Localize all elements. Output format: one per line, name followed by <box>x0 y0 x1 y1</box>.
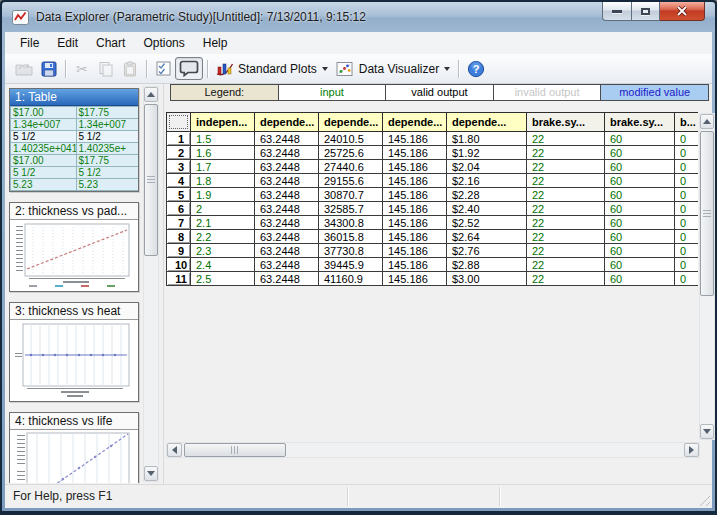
cell-dependent-1[interactable]: 63.2448 <box>255 202 319 216</box>
cell-independent[interactable]: 2.3 <box>191 244 255 258</box>
cell-dependent-3[interactable]: 145.186 <box>383 258 447 272</box>
column-header-independent[interactable]: indepen... <box>191 113 255 132</box>
cell-dependent-2[interactable]: 27440.6 <box>319 160 383 174</box>
close-button[interactable] <box>660 2 705 21</box>
table-horizontal-scrollbar-thumb[interactable] <box>184 443 286 457</box>
cut-button[interactable]: ✂ <box>70 57 94 80</box>
table-scroll-up-button[interactable] <box>700 114 714 129</box>
column-header-brake-system-1[interactable]: brake.sy... <box>527 113 605 132</box>
table-vertical-scrollbar[interactable] <box>699 113 715 440</box>
cell-dependent-3[interactable]: 145.186 <box>383 174 447 188</box>
table-vertical-scrollbar-thumb[interactable] <box>700 131 714 296</box>
table-horizontal-scrollbar[interactable] <box>166 442 700 458</box>
cell-brake-system-3[interactable]: 0 <box>675 202 699 216</box>
cell-brake-system-3[interactable]: 0 <box>675 230 699 244</box>
cell-brake-system-1[interactable]: 22 <box>527 146 605 160</box>
column-header-dependent-4[interactable]: depende... <box>447 113 527 132</box>
cell-independent[interactable]: 1.7 <box>191 160 255 174</box>
cell-brake-system-2[interactable]: 60 <box>605 230 675 244</box>
row-number[interactable]: 2 <box>167 146 191 160</box>
cell-dependent-3[interactable]: 145.186 <box>383 132 447 146</box>
cell-dependent-4[interactable]: $3.00 <box>447 272 527 286</box>
row-number[interactable]: 5 <box>167 188 191 202</box>
cell-brake-system-1[interactable]: 22 <box>527 188 605 202</box>
cell-dependent-1[interactable]: 63.2448 <box>255 216 319 230</box>
cell-independent[interactable]: 2 <box>191 202 255 216</box>
sidebar-panel-table[interactable]: 1: Table $17.00 $17.75 <box>9 88 139 192</box>
data-visualizer-button[interactable]: Data Visualizer <box>332 57 454 80</box>
column-header-dependent-2[interactable]: depende... <box>319 113 383 132</box>
cell-dependent-4[interactable]: $2.88 <box>447 258 527 272</box>
cell-independent[interactable]: 1.6 <box>191 146 255 160</box>
table-scroll-left-button[interactable] <box>167 443 182 457</box>
table-scroll-right-button[interactable] <box>684 443 699 457</box>
row-number[interactable]: 3 <box>167 160 191 174</box>
cell-dependent-1[interactable]: 63.2448 <box>255 132 319 146</box>
sidebar-scrollbar-thumb[interactable] <box>144 104 158 256</box>
maximize-button[interactable] <box>632 2 660 21</box>
cell-dependent-2[interactable]: 30870.7 <box>319 188 383 202</box>
cell-dependent-4[interactable]: $2.64 <box>447 230 527 244</box>
sidebar-panel-thickness-vs-pad[interactable]: 2: thickness vs pad... <box>9 202 139 292</box>
cell-brake-system-2[interactable]: 60 <box>605 188 675 202</box>
titlebar[interactable]: Data Explorer (Parametric Study)[Untitle… <box>2 2 715 32</box>
cell-dependent-2[interactable]: 32585.7 <box>319 202 383 216</box>
cell-brake-system-2[interactable]: 60 <box>605 272 675 286</box>
sidebar-scroll-up-button[interactable] <box>144 87 158 102</box>
open-button[interactable] <box>11 57 37 80</box>
row-number[interactable]: 1 <box>167 132 191 146</box>
cell-brake-system-1[interactable]: 22 <box>527 230 605 244</box>
cell-brake-system-3[interactable]: 0 <box>675 132 699 146</box>
cell-dependent-2[interactable]: 39445.9 <box>319 258 383 272</box>
cell-brake-system-2[interactable]: 60 <box>605 132 675 146</box>
row-number[interactable]: 4 <box>167 174 191 188</box>
cell-brake-system-2[interactable]: 60 <box>605 244 675 258</box>
cell-dependent-4[interactable]: $2.04 <box>447 160 527 174</box>
cell-brake-system-3[interactable]: 0 <box>675 272 699 286</box>
column-header-dependent-3[interactable]: depende... <box>383 113 447 132</box>
help-button[interactable]: ? <box>463 57 489 80</box>
menu-edit[interactable]: Edit <box>48 33 87 53</box>
sidebar-scrollbar[interactable] <box>143 86 159 482</box>
cell-brake-system-3[interactable]: 0 <box>675 146 699 160</box>
cell-brake-system-3[interactable]: 0 <box>675 258 699 272</box>
cell-brake-system-2[interactable]: 60 <box>605 202 675 216</box>
cell-dependent-3[interactable]: 145.186 <box>383 230 447 244</box>
save-button[interactable] <box>37 57 61 80</box>
cell-brake-system-2[interactable]: 60 <box>605 216 675 230</box>
column-header-dependent-1[interactable]: depende... <box>255 113 319 132</box>
resize-grip[interactable] <box>697 493 710 506</box>
cell-brake-system-1[interactable]: 22 <box>527 244 605 258</box>
sidebar-scroll-down-button[interactable] <box>144 466 158 481</box>
row-number[interactable]: 9 <box>167 244 191 258</box>
cell-brake-system-1[interactable]: 22 <box>527 132 605 146</box>
cell-brake-system-2[interactable]: 60 <box>605 258 675 272</box>
cell-dependent-1[interactable]: 63.2448 <box>255 188 319 202</box>
cell-independent[interactable]: 2.5 <box>191 272 255 286</box>
cell-dependent-2[interactable]: 41160.9 <box>319 272 383 286</box>
cell-dependent-1[interactable]: 63.2448 <box>255 244 319 258</box>
cell-dependent-1[interactable]: 63.2448 <box>255 272 319 286</box>
cell-dependent-4[interactable]: $1.92 <box>447 146 527 160</box>
cell-brake-system-3[interactable]: 0 <box>675 216 699 230</box>
menu-file[interactable]: File <box>11 33 48 53</box>
menu-help[interactable]: Help <box>194 33 237 53</box>
row-number[interactable]: 6 <box>167 202 191 216</box>
cell-dependent-3[interactable]: 145.186 <box>383 188 447 202</box>
cell-dependent-1[interactable]: 63.2448 <box>255 160 319 174</box>
cell-dependent-4[interactable]: $2.52 <box>447 216 527 230</box>
cell-brake-system-1[interactable]: 22 <box>527 272 605 286</box>
cell-dependent-3[interactable]: 145.186 <box>383 160 447 174</box>
cell-brake-system-2[interactable]: 60 <box>605 174 675 188</box>
cell-independent[interactable]: 2.1 <box>191 216 255 230</box>
cell-brake-system-1[interactable]: 22 <box>527 160 605 174</box>
cell-independent[interactable]: 2.2 <box>191 230 255 244</box>
cell-brake-system-1[interactable]: 22 <box>527 202 605 216</box>
cell-independent[interactable]: 1.8 <box>191 174 255 188</box>
cell-dependent-3[interactable]: 145.186 <box>383 202 447 216</box>
cell-dependent-2[interactable]: 37730.8 <box>319 244 383 258</box>
cell-dependent-4[interactable]: $1.80 <box>447 132 527 146</box>
menu-chart[interactable]: Chart <box>87 33 134 53</box>
cell-dependent-2[interactable]: 36015.8 <box>319 230 383 244</box>
row-number[interactable]: 8 <box>167 230 191 244</box>
